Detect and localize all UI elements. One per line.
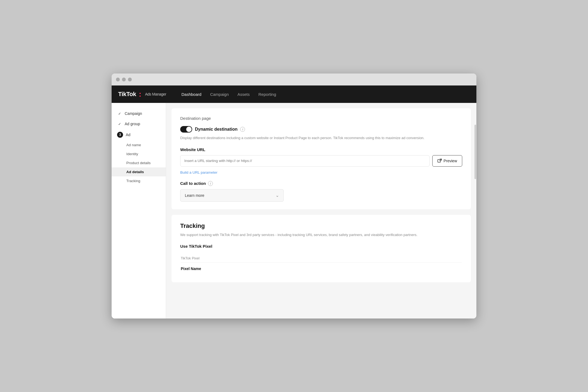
sidebar-label-adgroup: Ad group xyxy=(125,122,140,126)
sidebar-label-ad: Ad xyxy=(126,133,130,137)
destination-page-title: Destination page xyxy=(180,116,462,121)
svg-rect-0 xyxy=(438,160,440,162)
sidebar-label-tracking: Tracking xyxy=(126,179,140,183)
logo-subtitle: Ads Manager xyxy=(145,92,166,96)
sidebar-item-tracking[interactable]: Tracking xyxy=(112,176,166,185)
check-icon-adgroup: ✓ xyxy=(117,121,122,126)
sidebar-label-identity: Identity xyxy=(126,152,138,156)
cta-dropdown[interactable]: Learn more ⌄ xyxy=(180,189,284,202)
dynamic-destination-row: Dynamic destination i xyxy=(180,126,462,133)
app-window: TikTok : Ads Manager Dashboard Campaign … xyxy=(112,74,476,318)
preview-button[interactable]: Preview xyxy=(432,155,462,167)
tracking-title: Tracking xyxy=(180,222,462,229)
sidebar-label-campaign: Campaign xyxy=(125,111,142,116)
logo: TikTok : Ads Manager xyxy=(118,90,166,98)
external-link-icon xyxy=(437,159,442,163)
dynamic-destination-description: Display different destinations including… xyxy=(180,135,462,141)
url-input[interactable] xyxy=(180,155,430,167)
sidebar-item-ad-details[interactable]: Ad details xyxy=(112,167,166,176)
ad-number-badge: 3 xyxy=(117,132,123,138)
preview-button-label: Preview xyxy=(443,159,457,163)
app-body: ✓ Campaign ✓ Ad group 3 Ad Ad name Ident… xyxy=(112,103,476,318)
scrollbar-thumb xyxy=(474,125,476,179)
main-content: Destination page Dynamic destination i D… xyxy=(166,103,476,318)
dynamic-destination-help-icon[interactable]: i xyxy=(240,127,245,132)
sidebar-item-product-details[interactable]: Product details xyxy=(112,158,166,167)
navbar: TikTok : Ads Manager Dashboard Campaign … xyxy=(112,85,476,103)
pixel-row: Pixel Name xyxy=(181,263,462,274)
cta-label-text: Call to action xyxy=(180,181,206,186)
sidebar-item-campaign[interactable]: ✓ Campaign xyxy=(112,108,166,119)
cta-help-icon[interactable]: i xyxy=(208,181,213,186)
website-url-label: Website URL xyxy=(180,147,462,152)
nav-items: Dashboard Campaign Assets Reporting xyxy=(181,91,276,98)
tracking-description: We support tracking with TikTok Pixel an… xyxy=(180,232,462,238)
check-icon-campaign: ✓ xyxy=(117,111,122,116)
minimize-dot xyxy=(122,78,126,81)
use-tiktok-pixel-title: Use TikTok Pixel xyxy=(180,244,462,249)
logo-separator: : xyxy=(139,90,141,98)
cta-selected-value: Learn more xyxy=(185,193,204,198)
sidebar: ✓ Campaign ✓ Ad group 3 Ad Ad name Ident… xyxy=(112,103,166,318)
close-dot xyxy=(116,78,120,81)
build-url-param-link[interactable]: Build a URL parameter xyxy=(180,170,218,174)
tracking-card: Tracking We support tracking with TikTok… xyxy=(171,215,471,283)
destination-page-card: Destination page Dynamic destination i D… xyxy=(171,108,471,209)
nav-dashboard[interactable]: Dashboard xyxy=(181,91,201,98)
sidebar-item-adgroup[interactable]: ✓ Ad group xyxy=(112,119,166,129)
nav-reporting[interactable]: Reporting xyxy=(258,91,276,98)
logo-tiktok: TikTok xyxy=(118,91,136,98)
sidebar-item-identity[interactable]: Identity xyxy=(112,149,166,158)
nav-assets[interactable]: Assets xyxy=(237,91,250,98)
dynamic-destination-toggle[interactable] xyxy=(180,126,192,133)
sidebar-item-ad[interactable]: 3 Ad xyxy=(112,129,166,140)
sidebar-label-product-details: Product details xyxy=(126,161,151,165)
url-input-row: Preview xyxy=(180,155,462,167)
pixel-col-header: TikTok Pixel xyxy=(181,254,462,263)
sidebar-label-ad-details: Ad details xyxy=(126,170,144,174)
cta-label: Call to action i xyxy=(180,181,462,186)
chevron-down-icon: ⌄ xyxy=(275,193,279,198)
nav-campaign[interactable]: Campaign xyxy=(210,91,229,98)
titlebar xyxy=(112,74,476,85)
pixel-name-cell: Pixel Name xyxy=(181,263,462,274)
pixel-table: TikTok Pixel Pixel Name xyxy=(180,253,462,275)
sidebar-item-adname[interactable]: Ad name xyxy=(112,140,166,149)
maximize-dot xyxy=(128,78,132,81)
sidebar-label-adname: Ad name xyxy=(126,143,141,147)
dynamic-destination-label: Dynamic destination xyxy=(195,127,237,132)
scrollbar[interactable] xyxy=(474,103,476,318)
